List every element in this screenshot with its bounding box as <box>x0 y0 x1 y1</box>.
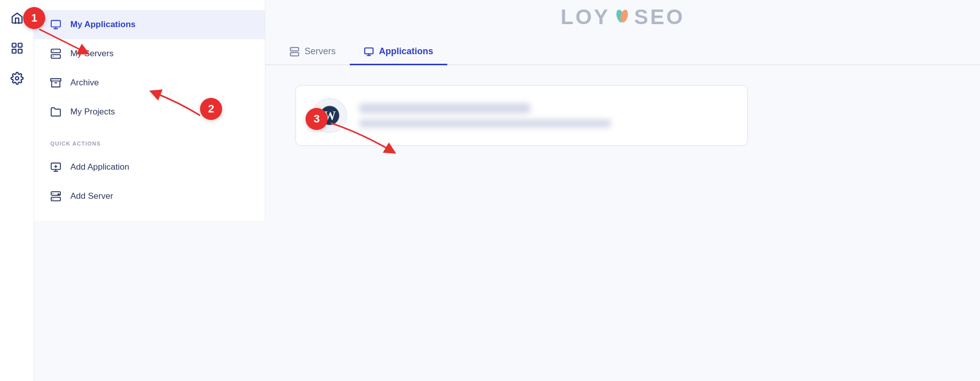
settings-icon[interactable] <box>7 68 27 88</box>
add-application-icon <box>50 162 61 173</box>
logo-leaf-icon <box>611 5 633 27</box>
svg-point-4 <box>15 77 19 80</box>
svg-rect-1 <box>18 43 22 47</box>
svg-rect-12 <box>51 79 61 81</box>
svg-rect-0 <box>12 43 16 47</box>
tab-applications-label: Applications <box>379 46 433 57</box>
nav-item-add-application[interactable]: Add Application <box>34 153 265 182</box>
nav-item-add-server-label: Add Server <box>70 191 113 201</box>
tab-applications[interactable]: Applications <box>350 39 447 65</box>
content-area: W <box>265 65 980 381</box>
logo-right: SEO <box>634 5 685 29</box>
svg-rect-3 <box>18 49 22 53</box>
servers-tab-icon <box>289 47 300 57</box>
app-title-blurred <box>359 103 530 113</box>
annotation-arrow-3 <box>321 118 401 158</box>
svg-rect-31 <box>365 48 373 54</box>
nav-item-archive-label: Archive <box>70 78 99 88</box>
left-navigation: 1 2 My Applications <box>34 0 265 381</box>
main-content-area: 3 LOY SEO <box>265 0 980 381</box>
logo-area: LOY SEO <box>265 0 980 39</box>
nav-item-my-projects-label: My Projects <box>70 107 115 117</box>
add-server-icon <box>50 191 61 202</box>
tabs-row: Servers Applications <box>265 39 980 65</box>
logo: LOY SEO <box>560 5 684 29</box>
apps-icon[interactable] <box>7 38 27 58</box>
nav-item-add-server[interactable]: Add Server <box>34 182 265 211</box>
archive-icon <box>50 77 61 88</box>
svg-rect-2 <box>12 49 16 53</box>
logo-left: LOY <box>560 5 610 29</box>
annotation-2: 2 <box>200 98 222 120</box>
quick-actions-label: QUICK ACTIONS <box>34 126 265 153</box>
applications-tab-icon <box>364 47 374 57</box>
my-projects-icon <box>50 106 61 117</box>
nav-item-add-application-label: Add Application <box>70 162 129 172</box>
tab-servers-label: Servers <box>305 46 336 57</box>
tab-servers[interactable]: Servers <box>275 39 350 65</box>
app-info <box>359 103 731 128</box>
annotation-3: 3 <box>306 108 328 130</box>
annotation-1: 1 <box>23 7 45 29</box>
